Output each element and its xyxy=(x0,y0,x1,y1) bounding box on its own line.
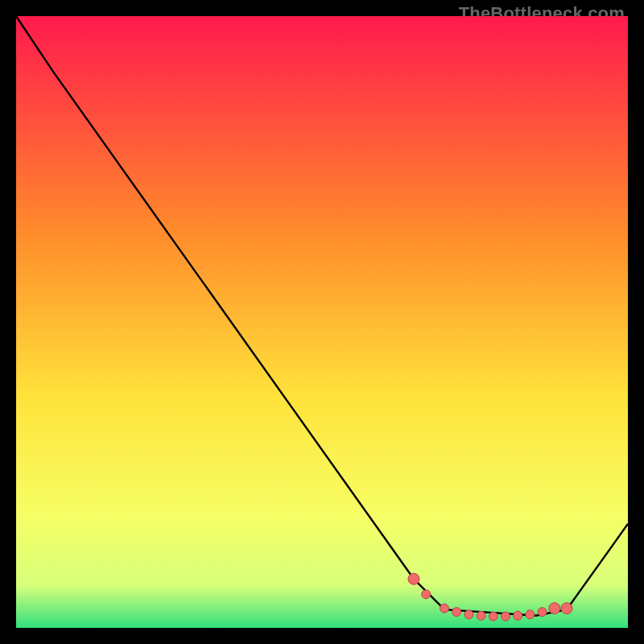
gradient-bg xyxy=(16,16,628,628)
plot-area xyxy=(16,16,628,628)
curve-marker xyxy=(538,608,547,617)
curve-marker xyxy=(549,603,560,614)
curve-marker xyxy=(514,611,522,620)
chart-svg xyxy=(16,16,628,628)
curve-marker xyxy=(464,610,473,619)
curve-marker xyxy=(477,611,485,620)
curve-marker xyxy=(422,590,431,599)
curve-marker xyxy=(561,603,572,614)
curve-marker xyxy=(452,608,461,617)
curve-marker xyxy=(489,612,497,621)
curve-marker xyxy=(440,604,449,613)
chart-frame: TheBottleneck.com xyxy=(0,0,644,644)
curve-marker xyxy=(502,612,510,621)
curve-marker xyxy=(408,573,419,584)
curve-marker xyxy=(526,610,535,619)
